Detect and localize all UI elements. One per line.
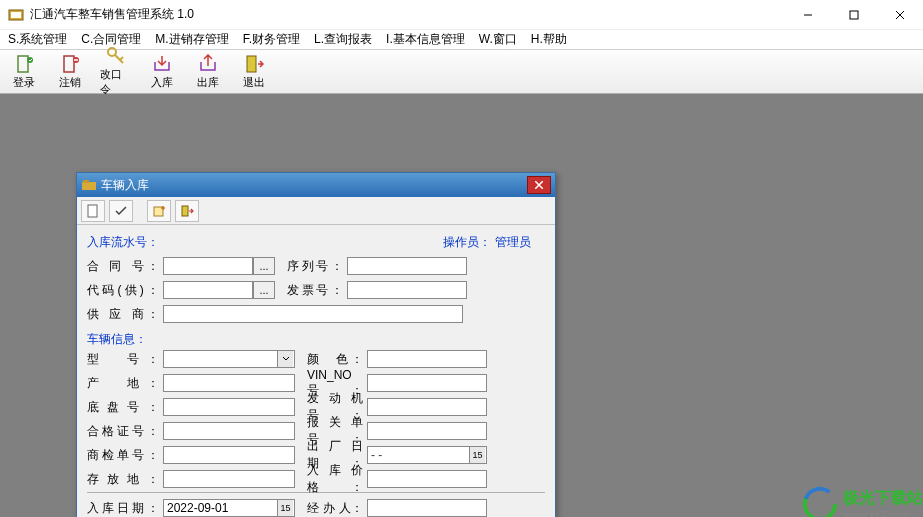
- contract-no-input[interactable]: [163, 257, 253, 275]
- menu-query[interactable]: L.查询报表: [312, 31, 374, 48]
- handler-input[interactable]: [367, 499, 487, 517]
- chassis-input[interactable]: [163, 398, 295, 416]
- menu-finance[interactable]: F.财务管理: [241, 31, 302, 48]
- model-dropdown[interactable]: [163, 350, 295, 368]
- dialog-close-button[interactable]: [527, 176, 551, 194]
- vendor-code-input[interactable]: [163, 281, 253, 299]
- window-controls: [785, 0, 923, 30]
- model-label: 型 号：: [87, 351, 159, 368]
- dialog-add-button[interactable]: [147, 200, 171, 222]
- toolbar-logout-button[interactable]: 注销: [54, 54, 86, 90]
- stockin-icon: [152, 54, 172, 74]
- menu-window[interactable]: W.窗口: [477, 31, 519, 48]
- toolbar-stockout-button[interactable]: 出库: [192, 54, 224, 90]
- main-toolbar: 登录 注销 改口令 入库 出库 退出: [0, 50, 923, 94]
- serial-no-label: 序列号：: [287, 258, 343, 275]
- handler-label: 经 办 人：: [307, 500, 363, 517]
- stockout-icon: [198, 54, 218, 74]
- invoice-no-label: 发票号：: [287, 282, 343, 299]
- contract-no-label: 合 同 号：: [87, 258, 159, 275]
- minimize-button[interactable]: [785, 0, 831, 30]
- svg-rect-15: [82, 182, 96, 190]
- svg-line-13: [120, 57, 123, 60]
- supplier-input[interactable]: [163, 305, 463, 323]
- section-inflow-title: 入库流水号：: [87, 234, 159, 251]
- svg-rect-16: [83, 180, 89, 183]
- dialog-toolbar: [77, 197, 555, 225]
- dialog-new-button[interactable]: [81, 200, 105, 222]
- vehicle-stockin-dialog: 车辆入库 入库流水号： 操作员： 管理员 合 同 号： ...: [76, 172, 556, 517]
- dialog-icon: [81, 177, 97, 193]
- storage-label: 存放地：: [87, 471, 159, 488]
- operator-value: 管理员: [495, 234, 531, 251]
- menu-help[interactable]: H.帮助: [529, 31, 569, 48]
- close-button[interactable]: [877, 0, 923, 30]
- svg-rect-19: [88, 205, 97, 217]
- vendor-code-lookup-button[interactable]: ...: [253, 281, 275, 299]
- section-vehicle-title: 车辆信息：: [87, 332, 147, 346]
- window-title: 汇通汽车整车销售管理系统 1.0: [30, 6, 785, 23]
- toolbar-stockin-button[interactable]: 入库: [146, 54, 178, 90]
- vendor-code-label: 代码(供)：: [87, 282, 159, 299]
- svg-rect-14: [247, 56, 256, 72]
- factory-date-input[interactable]: - - 15: [367, 446, 487, 464]
- svg-rect-3: [850, 11, 858, 19]
- menu-system[interactable]: S.系统管理: [6, 31, 69, 48]
- dialog-exit-button[interactable]: [175, 200, 199, 222]
- operator-label: 操作员：: [443, 234, 491, 251]
- watermark-url: www.xz7.com: [843, 509, 910, 518]
- inspect-input[interactable]: [163, 446, 295, 464]
- svg-rect-6: [18, 56, 28, 72]
- inspect-label: 商检单号：: [87, 447, 159, 464]
- invoice-no-input[interactable]: [347, 281, 467, 299]
- color-input[interactable]: [367, 350, 487, 368]
- cert-label: 合格证号：: [87, 423, 159, 440]
- logout-icon: [60, 54, 80, 74]
- toolbar-login-button[interactable]: 登录: [8, 54, 40, 90]
- supplier-label: 供 应 商：: [87, 306, 159, 323]
- cert-input[interactable]: [163, 422, 295, 440]
- window-titlebar: 汇通汽车整车销售管理系统 1.0: [0, 0, 923, 30]
- contract-no-lookup-button[interactable]: ...: [253, 257, 275, 275]
- toolbar-exit-button[interactable]: 退出: [238, 54, 270, 90]
- color-label: 颜 色：: [307, 351, 363, 368]
- svg-rect-21: [182, 206, 188, 216]
- engine-input[interactable]: [367, 398, 487, 416]
- indate-input[interactable]: 2022-09-01 15: [163, 499, 295, 517]
- origin-label: 产 地：: [87, 375, 159, 392]
- toolbar-password-button[interactable]: 改口令: [100, 46, 132, 97]
- key-icon: [106, 46, 126, 66]
- watermark: 极光下载站 www.xz7.com: [801, 485, 923, 517]
- maximize-button[interactable]: [831, 0, 877, 30]
- menu-basicinfo[interactable]: I.基本信息管理: [384, 31, 467, 48]
- storage-input[interactable]: [163, 470, 295, 488]
- calendar-icon[interactable]: 15: [469, 447, 485, 463]
- dialog-confirm-button[interactable]: [109, 200, 133, 222]
- chevron-down-icon: [277, 351, 293, 367]
- dialog-titlebar[interactable]: 车辆入库: [77, 173, 555, 197]
- menubar: S.系统管理 C.合同管理 M.进销存管理 F.财务管理 L.查询报表 I.基本…: [0, 30, 923, 50]
- watermark-logo-icon: [801, 485, 839, 517]
- chassis-label: 底盘号：: [87, 399, 159, 416]
- exit-icon: [244, 54, 264, 74]
- svg-rect-1: [11, 12, 21, 18]
- svg-point-11: [108, 48, 116, 56]
- origin-input[interactable]: [163, 374, 295, 392]
- serial-no-input[interactable]: [347, 257, 467, 275]
- customs-input[interactable]: [367, 422, 487, 440]
- app-icon: [8, 7, 24, 23]
- dialog-body: 入库流水号： 操作员： 管理员 合 同 号： ... 序列号： 代码(供)： .…: [77, 225, 555, 517]
- indate-label: 入库日期：: [87, 500, 159, 517]
- watermark-brand: 极光下载站: [843, 488, 923, 509]
- login-icon: [14, 54, 34, 74]
- mdi-workspace: 车辆入库 入库流水号： 操作员： 管理员 合 同 号： ...: [0, 94, 923, 517]
- svg-point-7: [27, 57, 33, 63]
- calendar-icon[interactable]: 15: [277, 500, 293, 516]
- dialog-title: 车辆入库: [101, 177, 527, 194]
- vin-input[interactable]: [367, 374, 487, 392]
- svg-rect-8: [64, 56, 74, 72]
- inprice-input[interactable]: [367, 470, 487, 488]
- menu-inventory[interactable]: M.进销存管理: [153, 31, 230, 48]
- inprice-label: 入库价格：: [307, 462, 363, 496]
